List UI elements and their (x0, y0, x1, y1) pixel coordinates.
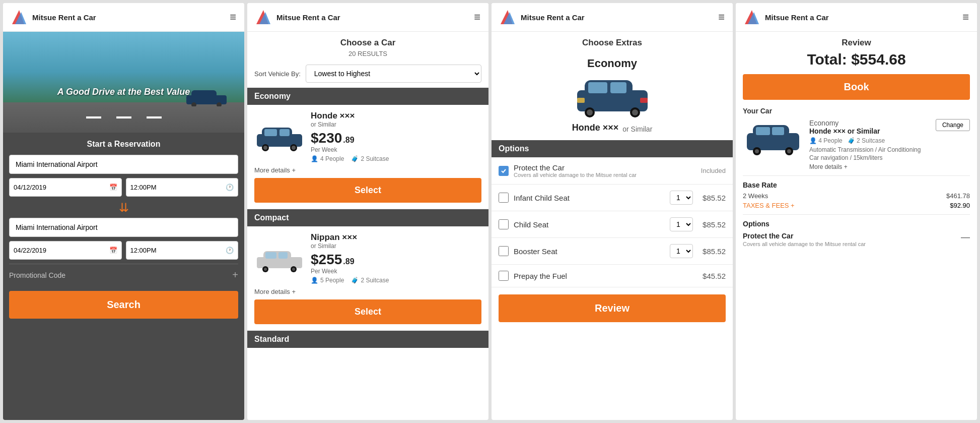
review-car-info: Economy Honde ××× or Similar Change 👤 4 … (809, 119, 970, 170)
option-booster-qty-select[interactable]: 123 (670, 244, 693, 258)
car-economy-features: 👤 4 People 🧳 2 Suitcase (311, 155, 481, 162)
svg-rect-3 (191, 90, 217, 98)
review-car-row: Economy Honde ××× or Similar Change 👤 4 … (743, 119, 970, 170)
select-economy-button[interactable]: Select (254, 178, 481, 203)
dropoff-date-field[interactable]: 04/22/2019 📅 (9, 241, 122, 260)
car-card-economy-inner: Honde ××× or Similar $230 .89 Per Week 👤… (254, 111, 481, 162)
category-economy-label: Economy (254, 92, 291, 100)
menu-icon-2[interactable]: ≡ (474, 11, 481, 24)
pickup-location-input[interactable] (9, 155, 238, 174)
svg-point-23 (292, 268, 295, 271)
pickup-date-field[interactable]: 04/12/2019 📅 (9, 178, 122, 197)
category-standard-label: Standard (254, 335, 289, 343)
panel-extras: Mitsue Rent a Car ≡ Choose Extras Econom… (492, 3, 733, 420)
option-protect-price: Included (701, 167, 726, 174)
hero-car (184, 86, 229, 106)
svg-rect-34 (577, 98, 585, 103)
calendar-icon-dropoff: 📅 (109, 247, 117, 254)
review-body: Review Total: $554.68 Book Your Car Econ… (736, 32, 977, 420)
options-section-label: Options (743, 214, 970, 228)
swap-arrows: ⇊ (9, 201, 238, 215)
option-booster-checkbox[interactable] (499, 246, 509, 256)
car-compact-name: Nippan ××× (311, 232, 481, 243)
option-fuel-row: Prepay the Fuel $45.52 (492, 265, 733, 287)
review-people: 👤 4 People (809, 137, 843, 144)
option-infant-checkbox[interactable] (499, 193, 509, 203)
change-button[interactable]: Change (936, 119, 970, 131)
option-booster-info: Booster Seat (514, 247, 665, 256)
option-infant-price: $85.52 (698, 194, 726, 202)
option-infant-qty-select[interactable]: 123 (670, 191, 693, 205)
option-child-price: $85.52 (698, 220, 726, 229)
review-car-name: Honde ××× or Similar (809, 127, 880, 135)
svg-rect-11 (279, 129, 290, 136)
review-protect-desc: Covers all vehicle damage to the Mitsue … (743, 241, 866, 247)
menu-icon-4[interactable]: ≡ (962, 11, 970, 24)
review-car-category: Economy (809, 119, 880, 127)
header-3: Mitsue Rent a Car ≡ (492, 3, 733, 32)
car-economy-period: Per Week (311, 146, 481, 153)
base-rate-section: Base Rate (743, 175, 970, 189)
svg-rect-10 (264, 129, 277, 136)
results-count: 20 RESULTS (247, 50, 488, 57)
option-fuel-label: Prepay the Fuel (514, 272, 693, 280)
car-economy-similar: or Similar (311, 121, 481, 128)
extras-body: Choose Extras Economy Honde ××× or Simil… (492, 32, 733, 420)
option-booster-price: $85.52 (698, 247, 726, 256)
calendar-icon-pickup: 📅 (109, 184, 117, 191)
logo-area-2: Mitsue Rent a Car (254, 8, 340, 26)
search-button[interactable]: Search (9, 291, 238, 319)
svg-point-45 (787, 149, 791, 153)
sort-select[interactable]: Lowest to Highest Highest to Lowest Reco… (306, 65, 481, 83)
option-infant-qty: 123 (670, 191, 693, 205)
svg-rect-29 (610, 82, 626, 93)
review-title: Review (743, 32, 970, 51)
option-child-qty-select[interactable]: 123 (670, 217, 693, 231)
dropoff-time-value: 12:00PM (130, 247, 157, 254)
option-protect-checkbox[interactable] (499, 166, 509, 176)
option-booster-row: Booster Seat 123 $85.52 (492, 238, 733, 265)
review-protect-label: Protect the Car (743, 232, 866, 240)
promo-add-icon[interactable]: + (232, 269, 238, 281)
option-child-qty: 123 (670, 217, 693, 231)
menu-icon-3[interactable]: ≡ (718, 11, 726, 24)
weeks-rate-row: 2 Weeks $461.78 (743, 192, 970, 200)
category-standard: Standard (247, 331, 488, 348)
weeks-price: $461.78 (946, 192, 970, 200)
logo-area-1: Mitsue Rent a Car (10, 8, 96, 26)
book-button[interactable]: Book (743, 74, 970, 100)
review-nav-fuel: Car navigation / 15km/liters (809, 154, 970, 161)
category-economy: Economy (247, 88, 488, 105)
option-protect-label: Protect the Car (514, 163, 696, 172)
car-economy-more[interactable]: More details + (254, 166, 481, 174)
pickup-time-field[interactable]: 12:00PM 🕐 (126, 178, 239, 197)
option-child-row: Child Seat 123 $85.52 (492, 211, 733, 238)
car-economy-price-row: $230 .89 (311, 130, 481, 146)
option-infant-row: Infant Child Seat 123 $85.52 (492, 185, 733, 211)
sort-row: Sort Vehicle By: Lowest to Highest Highe… (247, 62, 488, 88)
car-compact-cents: .89 (343, 257, 354, 266)
menu-icon-1[interactable]: ≡ (230, 11, 237, 24)
pickup-datetime-row: 04/12/2019 📅 12:00PM 🕐 (9, 178, 238, 197)
option-child-label: Child Seat (514, 220, 665, 229)
hero-image: A Good Drive at the Best Value (3, 32, 244, 133)
svg-rect-19 (278, 252, 288, 259)
car-compact-more[interactable]: More details + (254, 288, 481, 295)
extras-car-image (572, 70, 653, 120)
taxes-label[interactable]: TAXES & FEES + (743, 202, 795, 209)
header-1: Mitsue Rent a Car ≡ (3, 3, 244, 32)
review-button[interactable]: Review (499, 294, 726, 322)
review-suitcase: 🧳 2 Suitcase (848, 137, 885, 144)
option-child-checkbox[interactable] (499, 219, 509, 229)
choose-car-body: Choose a Car 20 RESULTS Sort Vehicle By:… (247, 32, 488, 420)
select-compact-button[interactable]: Select (254, 299, 481, 324)
svg-point-33 (632, 109, 638, 115)
option-booster-label: Booster Seat (514, 247, 665, 256)
logo-icon-2 (254, 8, 272, 26)
logo-area-3: Mitsue Rent a Car (499, 8, 585, 26)
option-fuel-checkbox[interactable] (499, 271, 509, 281)
dropoff-location-input[interactable] (9, 218, 238, 237)
svg-rect-40 (756, 127, 770, 135)
review-more-details[interactable]: More details + (809, 163, 970, 170)
dropoff-time-field[interactable]: 12:00PM 🕐 (126, 241, 239, 260)
